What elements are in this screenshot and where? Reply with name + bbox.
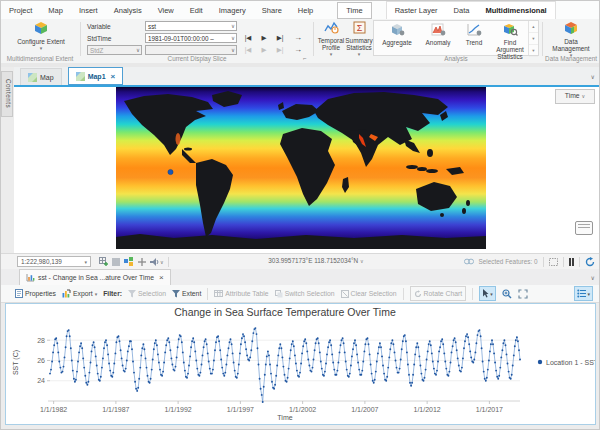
dialog-launcher-icon[interactable]: ⌐ <box>303 55 307 61</box>
contextual-tab-group: Raster Layer Data Multidimensional <box>386 1 556 20</box>
map-time-button[interactable]: Time ∨ <box>555 89 595 104</box>
trend-button[interactable]: Trend <box>460 23 488 46</box>
group-label-multidimensional-extent: Multidimensional Extent <box>1 55 79 63</box>
group-label-current-display-slice: Current Display Slice <box>87 55 307 63</box>
tab-list-chevron-icon[interactable]: ∨ <box>591 73 595 80</box>
gallery-scroll-buttons[interactable]: ▴▾▾ <box>528 21 538 55</box>
menu-tab-raster-layer[interactable]: Raster Layer <box>387 2 446 19</box>
gallery-up-icon[interactable]: ▴ <box>529 21 538 33</box>
aggregate-button[interactable]: Aggregate <box>378 23 416 46</box>
configure-extent-button[interactable]: Configure Extent ▾ <box>11 21 71 52</box>
play-button[interactable]: ▶ <box>257 33 271 43</box>
stdz-combo[interactable]: StdZ∨ <box>87 45 142 55</box>
menu-tab-time[interactable]: Time <box>337 2 371 19</box>
gallery-down-icon[interactable]: ▾ <box>529 33 538 45</box>
sst-map-image[interactable] <box>116 87 486 249</box>
chevron-down-icon: ▾ <box>95 291 98 297</box>
menu-tab-multidimensional[interactable]: Multidimensional <box>477 2 554 21</box>
refresh-icon[interactable] <box>585 257 595 267</box>
chart-tab-label: sst - Change in Sea ...ature Over Time <box>38 274 154 281</box>
filter-extent-label: Extent <box>182 290 201 297</box>
close-icon[interactable]: × <box>159 273 164 282</box>
chevron-down-icon: ▾ <box>587 291 590 297</box>
stdz-play-button: ▶ <box>257 45 271 55</box>
chart-select-tool-button[interactable]: ▾ <box>479 286 496 301</box>
stdtime-combo[interactable]: 1981-09-01T00:00:00 –∨ <box>145 33 237 43</box>
menu-tab-map[interactable]: Map <box>40 2 71 19</box>
menu-tab-data[interactable]: Data <box>446 2 478 19</box>
map1-tab[interactable]: Map1 × <box>68 67 124 85</box>
step-forward-button[interactable]: → <box>291 33 305 43</box>
selection-box-icon[interactable] <box>549 258 558 266</box>
step-first-button[interactable]: |◀ <box>241 33 255 43</box>
stdz-step-forward-button[interactable]: → <box>291 45 305 55</box>
tab-list-chevron-icon[interactable]: ∨ <box>591 274 595 281</box>
svg-text:24: 24 <box>37 377 45 384</box>
scale-combo[interactable]: 1:222,980,139▾ <box>17 256 91 267</box>
export-button[interactable]: Export ▾ <box>62 289 97 298</box>
chart-view: Change in Sea Surface Temperature Over T… <box>1 303 600 430</box>
analysis-gallery: Aggregate Anomaly Trend Find Argument St… <box>373 20 539 56</box>
map-canvas[interactable]: Time ∨ <box>14 87 600 253</box>
pause-drawing-button[interactable] <box>569 258 575 266</box>
menu-tab-share[interactable]: Share <box>254 2 290 19</box>
clear-selection-button: Clear Selection <box>341 290 397 298</box>
clear-selection-label: Clear Selection <box>351 290 397 297</box>
switch-selection-icon <box>275 290 283 298</box>
map-tab[interactable]: Map <box>20 68 62 85</box>
coordinates-display[interactable]: 303.9957173°E 118.7152034°N ∨ <box>186 257 446 264</box>
close-icon[interactable]: × <box>111 72 116 81</box>
cursor-icon <box>482 289 489 298</box>
legend-toggle-button[interactable]: ▾ <box>574 286 593 301</box>
snapping-icon[interactable] <box>124 257 134 266</box>
menu-tab-edit[interactable]: Edit <box>182 2 211 19</box>
location-1-marker[interactable] <box>168 169 173 174</box>
trend-label: Trend <box>466 39 482 46</box>
menu-tab-view[interactable]: View <box>150 2 182 19</box>
variable-combo[interactable]: sst∨ <box>145 21 237 31</box>
svg-text:1/1/1982: 1/1/1982 <box>40 406 67 413</box>
menu-tab-help[interactable]: Help <box>290 2 321 19</box>
data-management-label: Data Management <box>547 38 595 52</box>
funnel-icon <box>172 290 180 298</box>
grid-plus-icon[interactable] <box>99 257 108 266</box>
group-label-data-management: Data Management <box>541 55 600 63</box>
chart-zoom-in-button[interactable] <box>502 289 512 299</box>
chevron-down-icon: ∨ <box>136 46 140 55</box>
stdz-value-combo[interactable]: ∨ <box>145 45 237 55</box>
chart-tab[interactable]: sst - Change in Sea ...ature Over Time × <box>19 269 171 285</box>
speaker-icon <box>150 258 159 266</box>
summary-statistics-icon: Σ <box>353 21 366 35</box>
filter-extent-button[interactable]: Extent <box>172 290 201 298</box>
menu-tab-imagery[interactable]: Imagery <box>211 2 254 19</box>
map-view-tab-bar: Map Map1 × ∨ <box>14 67 600 85</box>
gray-square-icon[interactable] <box>112 258 120 266</box>
chevron-down-icon: ▾ <box>490 291 493 297</box>
anomaly-button[interactable]: Anomaly <box>420 23 456 46</box>
svg-text:1/1/2007: 1/1/2007 <box>351 406 378 413</box>
plus-icon[interactable] <box>138 258 146 266</box>
filter-selection-label: Selection <box>138 290 166 297</box>
sst-time-series-chart[interactable]: Change in Sea Surface Temperature Over T… <box>6 304 595 424</box>
chevron-down-icon: ∨ <box>231 22 235 31</box>
svg-text:Change in Sea Surface Temperat: Change in Sea Surface Temperature Over T… <box>174 306 396 318</box>
map-tab-label: Map <box>40 74 54 81</box>
aggregate-icon <box>390 23 405 37</box>
chart-plot-container[interactable]: Change in Sea Surface Temperature Over T… <box>5 303 596 425</box>
data-management-button[interactable]: Data Management ▾ <box>547 21 595 59</box>
svg-text:1/1/1987: 1/1/1987 <box>102 406 129 413</box>
overview-window-icon[interactable] <box>575 221 593 235</box>
temporal-profile-button[interactable]: Temporal Profile ▾ <box>317 21 345 58</box>
contents-panel-tab[interactable]: Contents <box>1 71 13 117</box>
step-last-button[interactable]: ▶| <box>273 33 287 43</box>
menu-tab-analysis[interactable]: Analysis <box>106 2 150 19</box>
data-management-cube-icon <box>563 21 579 36</box>
notifications-button[interactable]: ∨ <box>150 258 164 266</box>
chart-full-extent-button[interactable] <box>518 289 528 299</box>
menu-tab-project[interactable]: Project <box>1 2 40 19</box>
temporal-profile-icon <box>324 21 339 35</box>
menu-tab-insert[interactable]: Insert <box>71 2 106 19</box>
anomaly-icon <box>431 23 446 37</box>
summary-statistics-button[interactable]: Σ Summary Statistics ▾ <box>345 21 373 58</box>
properties-button[interactable]: Properties <box>15 289 56 298</box>
